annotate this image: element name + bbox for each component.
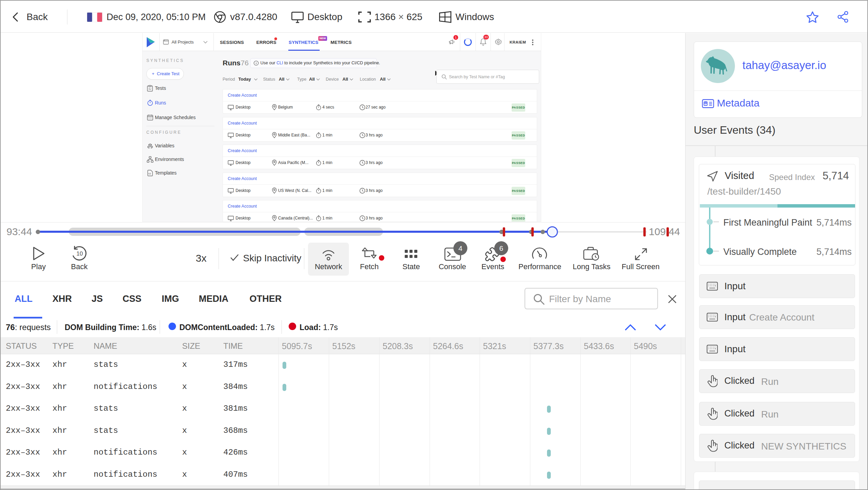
svg-text:10: 10 [77, 250, 83, 257]
